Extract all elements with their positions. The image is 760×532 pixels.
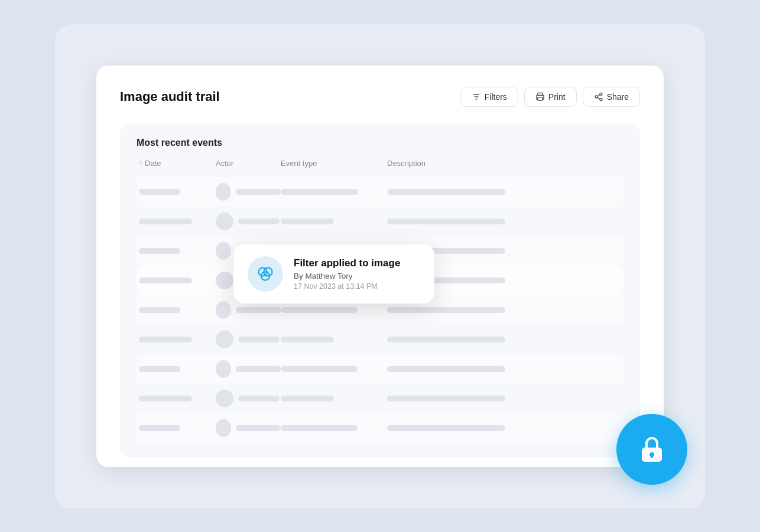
outer-container: Image audit trail Filters (55, 24, 705, 508)
share-icon (594, 92, 603, 102)
print-icon (535, 92, 545, 102)
print-button[interactable]: Print (524, 87, 577, 107)
svg-point-7 (600, 98, 602, 100)
svg-rect-4 (538, 97, 543, 100)
share-label: Share (607, 92, 629, 102)
svg-rect-15 (651, 455, 653, 458)
svg-point-5 (600, 93, 602, 95)
table-row[interactable] (137, 177, 623, 207)
col-description: Description (387, 159, 621, 168)
tooltip-content: Filter applied to image By Matthew Tory … (294, 257, 400, 291)
filter-icon (472, 92, 481, 102)
table-rows: Filter applied to image By Matthew Tory … (137, 177, 623, 443)
col-event-type: Event type (281, 159, 387, 168)
tooltip-date: 17 Nov 2023 at 13:14 PM (294, 282, 400, 291)
table-row[interactable] (137, 354, 623, 384)
table-row[interactable] (137, 384, 623, 413)
table-row[interactable] (137, 207, 623, 236)
svg-line-9 (597, 94, 600, 96)
svg-point-6 (595, 96, 597, 98)
header-buttons: Filters Print (460, 87, 640, 107)
tooltip-subtitle: By Matthew Tory (294, 272, 400, 280)
table-row-highlighted[interactable]: Filter applied to image By Matthew Tory … (137, 266, 623, 295)
col-actor: Actor (216, 159, 281, 168)
print-label: Print (548, 92, 566, 102)
sort-arrow-icon: ↑ (139, 159, 142, 167)
page-title: Image audit trail (120, 89, 220, 105)
table-row[interactable] (137, 413, 623, 443)
svg-line-8 (597, 97, 600, 99)
tooltip-title: Filter applied to image (294, 257, 400, 269)
main-card: Image audit trail Filters (96, 66, 664, 467)
share-button[interactable]: Share (583, 87, 640, 107)
lock-icon (636, 433, 668, 465)
filters-button[interactable]: Filters (460, 87, 518, 107)
filter-circles-icon (256, 265, 275, 283)
filters-label: Filters (485, 92, 507, 102)
table-row[interactable] (137, 325, 623, 354)
table-section: Most recent events ↑ Date Actor Event ty… (120, 123, 640, 457)
col-date: ↑ Date (139, 159, 216, 168)
lock-fab[interactable] (616, 414, 687, 485)
card-header: Image audit trail Filters (120, 87, 640, 107)
table-header: ↑ Date Actor Event type Description (137, 159, 623, 174)
section-title: Most recent events (137, 138, 623, 148)
tooltip-icon-wrap (248, 256, 283, 292)
tooltip-popup: Filter applied to image By Matthew Tory … (233, 244, 434, 303)
